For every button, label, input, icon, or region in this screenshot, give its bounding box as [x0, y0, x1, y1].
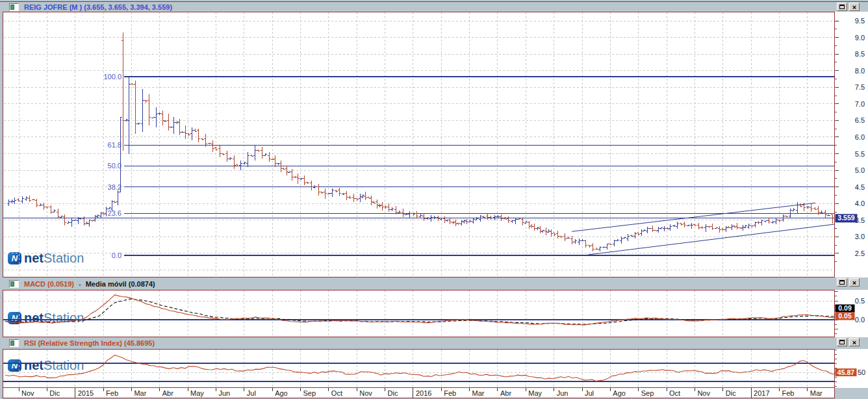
svg-text:0.0: 0.0	[112, 251, 121, 259]
svg-text:45.87: 45.87	[837, 368, 854, 376]
svg-text:50.0: 50.0	[108, 162, 121, 170]
svg-text:3.0: 3.0	[855, 233, 865, 240]
svg-text:Mar: Mar	[810, 389, 823, 397]
price-plot-border	[3, 12, 835, 277]
svg-text:9.0: 9.0	[855, 34, 865, 42]
svg-text:7.0: 7.0	[855, 100, 865, 108]
svg-text:Dic: Dic	[726, 389, 736, 397]
svg-text:Mar: Mar	[472, 389, 485, 397]
svg-text:May: May	[190, 389, 204, 397]
svg-text:0.05: 0.05	[838, 312, 852, 320]
svg-text:38.2: 38.2	[108, 183, 121, 191]
svg-text:Abr: Abr	[500, 389, 511, 397]
svg-text:Oct: Oct	[331, 389, 342, 397]
svg-text:0.5: 0.5	[855, 297, 865, 305]
rsi-plot-border	[3, 350, 835, 388]
svg-text:Dic: Dic	[388, 389, 398, 397]
svg-text:Sep: Sep	[303, 389, 316, 397]
svg-text:Feb: Feb	[782, 389, 794, 397]
svg-text:8.5: 8.5	[855, 50, 865, 58]
macd-signal-tag: 0.09	[836, 304, 855, 313]
svg-text:Mar: Mar	[134, 389, 146, 397]
svg-text:7.5: 7.5	[855, 83, 865, 91]
svg-text:Feb: Feb	[444, 389, 456, 397]
svg-text:Nov: Nov	[359, 389, 372, 397]
svg-text:Ago: Ago	[275, 389, 288, 397]
rsi-value-tag: 45.87	[836, 368, 857, 377]
svg-text:8.0: 8.0	[855, 67, 865, 75]
svg-text:5.5: 5.5	[855, 150, 865, 158]
svg-text:Jun: Jun	[218, 389, 230, 397]
svg-text:0.09: 0.09	[838, 304, 852, 312]
svg-text:Jul: Jul	[585, 389, 594, 397]
svg-text:23.6: 23.6	[108, 209, 121, 217]
charts-canvas[interactable]: 9.59.08.58.07.57.06.56.05.55.04.54.03.53…	[0, 0, 868, 399]
rsi-line	[5, 355, 835, 381]
svg-text:50: 50	[858, 368, 865, 376]
svg-text:9.5: 9.5	[855, 17, 865, 25]
svg-text:6.5: 6.5	[855, 116, 865, 124]
svg-text:4.0: 4.0	[855, 200, 865, 207]
svg-text:Abr: Abr	[162, 389, 173, 397]
svg-text:3.559: 3.559	[837, 214, 854, 222]
svg-text:May: May	[528, 389, 542, 397]
svg-text:Dic: Dic	[49, 389, 60, 397]
svg-text:61.8: 61.8	[108, 141, 121, 149]
svg-text:Jul: Jul	[247, 389, 256, 397]
macd-value-tag: 0.05	[836, 312, 855, 320]
svg-text:5.0: 5.0	[855, 166, 865, 174]
svg-text:4.5: 4.5	[855, 183, 865, 191]
macd-signal-line	[5, 299, 835, 324]
svg-text:100.0: 100.0	[103, 73, 121, 81]
svg-text:0.0: 0.0	[855, 316, 865, 324]
svg-text:2017: 2017	[754, 389, 769, 397]
svg-text:Feb: Feb	[106, 389, 118, 397]
svg-text:Sep: Sep	[641, 389, 654, 397]
svg-text:2015: 2015	[78, 389, 94, 397]
svg-text:Ago: Ago	[613, 389, 626, 397]
svg-text:Oct: Oct	[669, 389, 680, 397]
netstation-window: N netStation N netStation N netStation 9…	[0, 0, 868, 399]
svg-text:6.0: 6.0	[855, 133, 865, 141]
svg-text:Nov: Nov	[697, 389, 710, 397]
svg-text:2016: 2016	[416, 389, 431, 397]
svg-text:2.5: 2.5	[855, 250, 865, 257]
svg-text:Jun: Jun	[557, 389, 568, 397]
svg-text:Nov: Nov	[21, 389, 34, 397]
last-price-tag: 3.559	[836, 214, 858, 222]
